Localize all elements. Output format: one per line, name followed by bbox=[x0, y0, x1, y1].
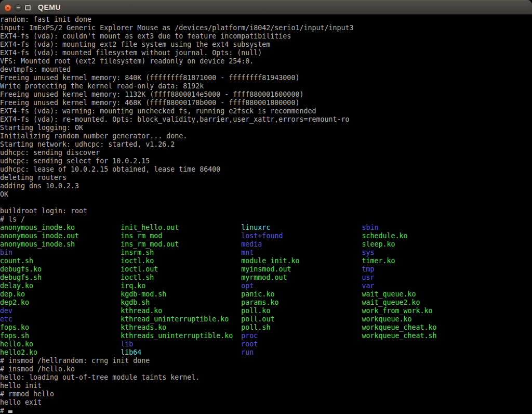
ls-entry: sys bbox=[362, 249, 375, 256]
ls-output-row: fops.sh kthreads_uninterruptible.ko proc… bbox=[0, 332, 532, 340]
terminal-line: Starting logging: OK bbox=[0, 124, 532, 132]
qemu-window: ✕ QEMU random: fast init doneinput: ImEx… bbox=[0, 0, 532, 414]
terminal-line: udhcpc: sending discover bbox=[0, 149, 532, 157]
ls-entry: run bbox=[241, 348, 254, 356]
close-icon: ✕ bbox=[6, 5, 9, 10]
window-title: QEMU bbox=[38, 3, 61, 11]
terminal-line: hello: loading out-of-tree module taints… bbox=[0, 373, 532, 382]
ls-entry: dep.ko bbox=[0, 290, 121, 298]
ls-entry: opt bbox=[241, 282, 362, 290]
ls-entry: workqueue_cheat.sh bbox=[362, 332, 437, 340]
text-cursor bbox=[8, 410, 12, 413]
ls-output-row: anonymous_inode.ko init_hello.out linuxr… bbox=[0, 224, 532, 232]
ls-entry: kthread_uninterruptible.ko bbox=[121, 315, 241, 323]
maximize-button[interactable] bbox=[24, 4, 31, 11]
terminal-line: # rmmod hello bbox=[0, 390, 532, 398]
terminal-line: # insmod /hellrandom: crng init done bbox=[0, 357, 532, 365]
ls-entry: kgdb.sh bbox=[121, 299, 241, 306]
ls-entry: ioctl.ko bbox=[121, 257, 241, 265]
ls-output-row: dep.ko kgdb-mod.sh panic.ko wait_queue.k… bbox=[0, 290, 532, 299]
ls-entry: hello.ko bbox=[0, 340, 121, 348]
terminal-line: EXT4-fs (vda): couldn't mount as ext3 du… bbox=[0, 32, 532, 41]
ls-output-row: fops.ko kthreads.ko poll.sh workqueue_ch… bbox=[0, 324, 532, 332]
ls-entry: anonymous_inode.ko bbox=[0, 224, 121, 231]
terminal-line: Starting network: udhcpc: started, v1.26… bbox=[0, 140, 532, 149]
ls-entry: debugfs.ko bbox=[0, 265, 121, 273]
ls-entry: delay.ko bbox=[0, 282, 121, 290]
ls-entry: schedule.ko bbox=[362, 232, 408, 240]
ls-entry: poll.sh bbox=[241, 324, 362, 331]
ls-entry: lost+found bbox=[241, 232, 362, 240]
terminal-line: udhcpc: lease of 10.0.2.15 obtained, lea… bbox=[0, 165, 532, 174]
minimize-icon bbox=[17, 7, 20, 8]
ls-entry: kthreads.ko bbox=[121, 324, 241, 331]
ls-entry: sleep.ko bbox=[362, 240, 395, 248]
terminal-line: EXT4-fs (vda): mounted filesystem withou… bbox=[0, 49, 532, 57]
ls-output-row: anonymous_inode.sh ins_rm_mod.out media … bbox=[0, 240, 532, 249]
close-button[interactable]: ✕ bbox=[4, 4, 11, 11]
ls-entry: ioctl.sh bbox=[121, 274, 241, 281]
ls-entry: workqueue_cheat.ko bbox=[362, 324, 437, 331]
ls-entry: hello2.ko bbox=[0, 348, 121, 356]
ls-entry: bin bbox=[0, 249, 121, 256]
ls-entry: kthreads_uninterruptible.ko bbox=[121, 332, 241, 340]
maximize-icon bbox=[25, 5, 31, 10]
ls-entry: params.ko bbox=[241, 299, 362, 306]
ls-entry: dep2.ko bbox=[0, 299, 121, 306]
ls-entry: fops.sh bbox=[0, 332, 121, 340]
ls-entry: linuxrc bbox=[241, 224, 362, 231]
ls-output-row: dep2.ko kgdb.sh params.ko wait_queue2.ko bbox=[0, 299, 532, 307]
ls-entry: tmp bbox=[362, 265, 375, 273]
terminal-screen[interactable]: random: fast init doneinput: ImExPS/2 Ge… bbox=[0, 15, 532, 414]
ls-entry: anonymous_inode.out bbox=[0, 232, 121, 240]
terminal-line: EXT4-fs (vda): re-mounted. Opts: block_v… bbox=[0, 115, 532, 124]
ls-entry: myinsmod.out bbox=[241, 265, 362, 273]
terminal-line: Freeing unused kernel memory: 840K (ffff… bbox=[0, 74, 532, 82]
ls-entry: media bbox=[241, 240, 362, 248]
ls-entry: root bbox=[241, 340, 258, 348]
terminal-line: Freeing unused kernel memory: 468K (ffff… bbox=[0, 99, 532, 107]
ls-entry: proc bbox=[241, 332, 362, 340]
ls-entry: timer.ko bbox=[362, 257, 395, 265]
ls-entry: lib64 bbox=[121, 348, 241, 356]
ls-output-row: etc kthread_uninterruptible.ko poll.out … bbox=[0, 315, 532, 324]
terminal-line: adding dns 10.0.2.3 bbox=[0, 182, 532, 190]
ls-entry: kgdb-mod.sh bbox=[121, 290, 241, 298]
ls-output-row: dev kthread.ko poll.ko work_from_work.ko bbox=[0, 307, 532, 315]
minimize-button[interactable] bbox=[15, 4, 22, 11]
ls-output-row: debugfs.sh ioctl.sh myrmmod.out usr bbox=[0, 274, 532, 282]
ls-output-row: count.sh ioctl.ko module_init.ko timer.k… bbox=[0, 257, 532, 265]
ls-entry: ins_rm_mod.out bbox=[121, 240, 241, 248]
terminal-line: Initializing random number generator... … bbox=[0, 132, 532, 140]
ls-entry: work_from_work.ko bbox=[362, 307, 433, 315]
ls-entry: wait_queue2.ko bbox=[362, 299, 420, 306]
ls-entry: anonymous_inode.sh bbox=[0, 240, 121, 248]
terminal-line: random: fast init done bbox=[0, 16, 532, 24]
ls-entry: mnt bbox=[241, 249, 362, 256]
ls-output-row: bin insrm.sh mnt sys bbox=[0, 249, 532, 257]
terminal-line: hello init bbox=[0, 382, 532, 390]
ls-output-row: anonymous_inode.out ins_rm_mod lost+foun… bbox=[0, 232, 532, 240]
ls-entry: lib bbox=[121, 340, 241, 348]
terminal-line: buildroot login: root bbox=[0, 207, 532, 215]
ls-entry: poll.ko bbox=[241, 307, 362, 315]
ls-entry: fops.ko bbox=[0, 324, 121, 331]
ls-output-row: debugfs.ko ioctl.out myinsmod.out tmp bbox=[0, 265, 532, 274]
ls-entry: init_hello.out bbox=[121, 224, 241, 231]
prompt-line: # bbox=[0, 407, 532, 414]
ls-entry: etc bbox=[0, 315, 121, 323]
ls-entry: ioctl.out bbox=[121, 265, 241, 273]
terminal-line: deleting routers bbox=[0, 174, 532, 182]
terminal-line: Write protecting the kernel read-only da… bbox=[0, 82, 532, 90]
ls-entry: dev bbox=[0, 307, 121, 315]
terminal-line: # ls / bbox=[0, 215, 532, 224]
terminal-line bbox=[0, 199, 532, 207]
ls-entry: irq.ko bbox=[121, 282, 241, 290]
ls-entry: workqueue.ko bbox=[362, 315, 412, 323]
terminal-line: VFS: Mounted root (ext2 filesystem) read… bbox=[0, 57, 532, 66]
ls-entry: module_init.ko bbox=[241, 257, 362, 265]
terminal-line: devtmpfs: mounted bbox=[0, 66, 532, 74]
terminal-line: udhcpc: sending select for 10.0.2.15 bbox=[0, 157, 532, 165]
terminal-line: input: ImExPS/2 Generic Explorer Mouse a… bbox=[0, 24, 532, 32]
ls-entry: myrmmod.out bbox=[241, 274, 362, 281]
